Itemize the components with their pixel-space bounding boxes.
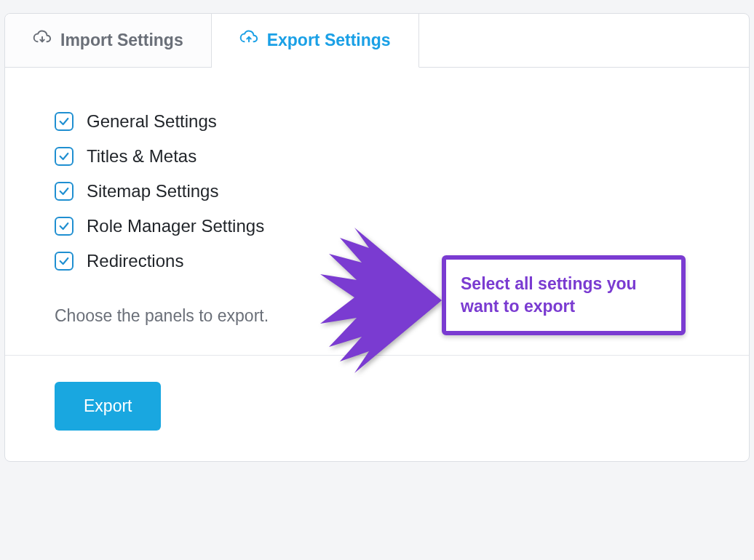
tab-export-label: Export Settings [267,31,391,50]
checkbox-label: Titles & Metas [87,146,197,167]
checkbox[interactable] [55,147,74,166]
checkbox[interactable] [55,217,74,236]
export-check-list: General SettingsTitles & MetasSitemap Se… [55,111,699,271]
check-row: General Settings [55,111,699,132]
cloud-upload-icon [239,29,258,52]
checkbox-label: General Settings [87,111,217,132]
checkbox-label: Redirections [87,251,183,271]
checkbox-label: Role Manager Settings [87,216,264,236]
checkbox-label: Sitemap Settings [87,181,218,201]
cloud-download-icon [33,29,52,52]
annotation-text: Select all settings you want to export [461,274,637,316]
tab-import-label: Import Settings [60,31,183,50]
tab-export[interactable]: Export Settings [212,14,419,68]
export-content: General SettingsTitles & MetasSitemap Se… [5,68,749,355]
check-row: Titles & Metas [55,146,699,167]
check-row: Sitemap Settings [55,181,699,201]
checkbox[interactable] [55,112,74,131]
footer: Export [5,355,749,461]
settings-panel: Import Settings Export Settings General … [4,13,750,462]
annotation-callout: Select all settings you want to export [442,255,686,335]
check-row: Role Manager Settings [55,216,699,236]
checkbox[interactable] [55,182,74,201]
tabs: Import Settings Export Settings [5,14,749,68]
tab-import[interactable]: Import Settings [5,14,212,67]
checkbox[interactable] [55,252,74,271]
export-button[interactable]: Export [55,382,161,431]
